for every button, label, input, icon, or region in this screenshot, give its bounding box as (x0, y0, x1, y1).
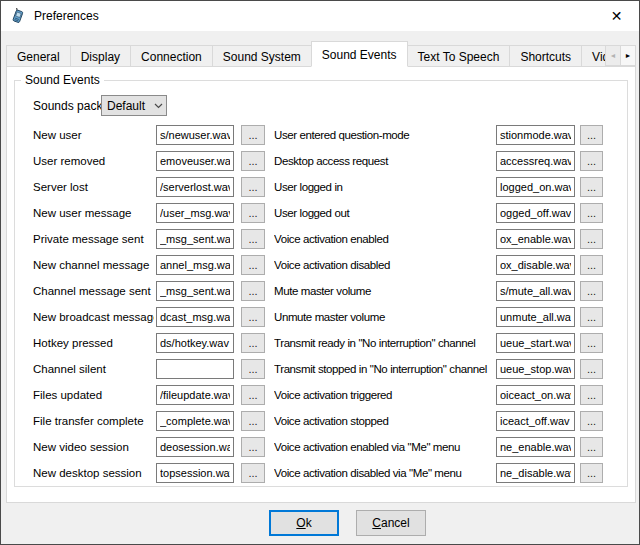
sound-event-label: Desktop access request (274, 151, 494, 171)
sound-file-input[interactable] (496, 359, 575, 379)
sound-event-label: Mute master volume (274, 281, 494, 301)
sound-event-label: Voice activation triggered (274, 385, 494, 405)
browse-button[interactable]: ... (580, 229, 603, 249)
sound-file-input[interactable] (156, 229, 234, 249)
sound-event-row: Server lost ... User logged in ... (1, 177, 640, 197)
sound-event-label: Channel silent (33, 359, 154, 379)
sound-file-input[interactable] (496, 281, 575, 301)
browse-button[interactable]: ... (580, 333, 603, 353)
sound-event-row: File transfer complete ... Voice activat… (1, 411, 640, 431)
sound-event-label: Voice activation stopped (274, 411, 494, 431)
browse-button[interactable]: ... (580, 437, 603, 457)
sound-event-label: User entered question-mode (274, 125, 494, 145)
sound-file-input[interactable] (496, 463, 575, 483)
tab-scroll-right-icon[interactable]: ► (620, 45, 636, 66)
browse-button[interactable]: ... (580, 255, 603, 275)
browse-button[interactable]: ... (241, 463, 265, 483)
browse-button[interactable]: ... (580, 203, 603, 223)
sound-event-label: Channel message sent (33, 281, 154, 301)
sound-file-input[interactable] (496, 307, 575, 327)
sound-file-input[interactable] (496, 255, 575, 275)
sound-event-label: New broadcast message (33, 307, 154, 327)
browse-button[interactable]: ... (580, 177, 603, 197)
browse-button[interactable]: ... (241, 177, 265, 197)
sound-event-row: New broadcast message ... Unmute master … (1, 307, 640, 327)
preferences-dialog: Preferences ✕ General Display Connection… (0, 0, 640, 545)
browse-button[interactable]: ... (580, 411, 603, 431)
sound-event-label: Voice activation enabled (274, 229, 494, 249)
sound-event-label: New channel message (33, 255, 154, 275)
tab-scroll-buttons: ◄ ► (605, 45, 636, 66)
sound-event-label: Files updated (33, 385, 154, 405)
sound-event-row: User removed ... Desktop access request … (1, 151, 640, 171)
sound-file-input[interactable] (496, 229, 575, 249)
sound-file-input[interactable] (496, 333, 575, 353)
sound-file-input[interactable] (496, 203, 575, 223)
sound-event-label: Voice activation disabled via "Me" menu (274, 463, 494, 483)
browse-button[interactable]: ... (241, 125, 265, 145)
sound-event-label: Transmit ready in "No interruption" chan… (274, 333, 494, 353)
sound-event-label: File transfer complete (33, 411, 154, 431)
sound-file-input[interactable] (496, 125, 575, 145)
sound-file-input[interactable] (496, 385, 575, 405)
sound-event-label: User logged out (274, 203, 494, 223)
browse-button[interactable]: ... (241, 359, 265, 379)
sound-event-row: New user message ... User logged out ... (1, 203, 640, 223)
sound-event-row: New channel message ... Voice activation… (1, 255, 640, 275)
sound-file-input[interactable] (156, 203, 234, 223)
browse-button[interactable]: ... (580, 307, 603, 327)
sound-event-label: Voice activation enabled via "Me" menu (274, 437, 494, 457)
browse-button[interactable]: ... (241, 437, 265, 457)
browse-button[interactable]: ... (580, 151, 603, 171)
sound-event-row: Files updated ... Voice activation trigg… (1, 385, 640, 405)
sound-event-label: Unmute master volume (274, 307, 494, 327)
sound-file-input[interactable] (156, 385, 234, 405)
browse-button[interactable]: ... (580, 281, 603, 301)
sound-file-input[interactable] (496, 151, 575, 171)
sound-event-label: Hotkey pressed (33, 333, 154, 353)
browse-button[interactable]: ... (241, 333, 265, 353)
browse-button[interactable]: ... (241, 411, 265, 431)
sound-file-input[interactable] (156, 255, 234, 275)
browse-button[interactable]: ... (580, 125, 603, 145)
sound-file-input[interactable] (156, 333, 234, 353)
sound-file-input[interactable] (156, 463, 234, 483)
sound-file-input[interactable] (156, 177, 234, 197)
sound-event-label: Transmit stopped in "No interruption" ch… (274, 359, 494, 379)
browse-button[interactable]: ... (580, 359, 603, 379)
sound-event-label: Private message sent (33, 229, 154, 249)
sound-event-label: New user message (33, 203, 154, 223)
browse-button[interactable]: ... (241, 281, 265, 301)
sound-file-input[interactable] (156, 151, 234, 171)
sound-file-input[interactable] (156, 307, 234, 327)
sound-event-row: New video session ... Voice activation e… (1, 437, 640, 457)
sound-file-input[interactable] (156, 281, 234, 301)
sound-event-label: New desktop session (33, 463, 154, 483)
browse-button[interactable]: ... (241, 229, 265, 249)
browse-button[interactable]: ... (580, 385, 603, 405)
sound-file-input[interactable] (156, 437, 234, 457)
browse-button[interactable]: ... (241, 255, 265, 275)
browse-button[interactable]: ... (241, 203, 265, 223)
sound-event-row: Hotkey pressed ... Transmit ready in "No… (1, 333, 640, 353)
sound-file-input[interactable] (156, 125, 234, 145)
tab-scroll-left-icon[interactable]: ◄ (605, 45, 621, 66)
browse-button[interactable]: ... (580, 463, 603, 483)
browse-button[interactable]: ... (241, 151, 265, 171)
sound-file-input[interactable] (156, 411, 234, 431)
sound-file-input[interactable] (496, 411, 575, 431)
sound-event-label: New video session (33, 437, 154, 457)
sound-file-input[interactable] (496, 437, 575, 457)
sound-event-row: New desktop session ... Voice activation… (1, 463, 640, 483)
sound-event-row: Private message sent ... Voice activatio… (1, 229, 640, 249)
sound-event-label: New user (33, 125, 154, 145)
sound-file-input[interactable] (156, 359, 234, 379)
sound-event-label: User removed (33, 151, 154, 171)
sound-event-label: Server lost (33, 177, 154, 197)
browse-button[interactable]: ... (241, 307, 265, 327)
browse-button[interactable]: ... (241, 385, 265, 405)
sound-event-row: New user ... User entered question-mode … (1, 125, 640, 145)
sound-event-label: Voice activation disabled (274, 255, 494, 275)
sound-event-label: User logged in (274, 177, 494, 197)
sound-file-input[interactable] (496, 177, 575, 197)
